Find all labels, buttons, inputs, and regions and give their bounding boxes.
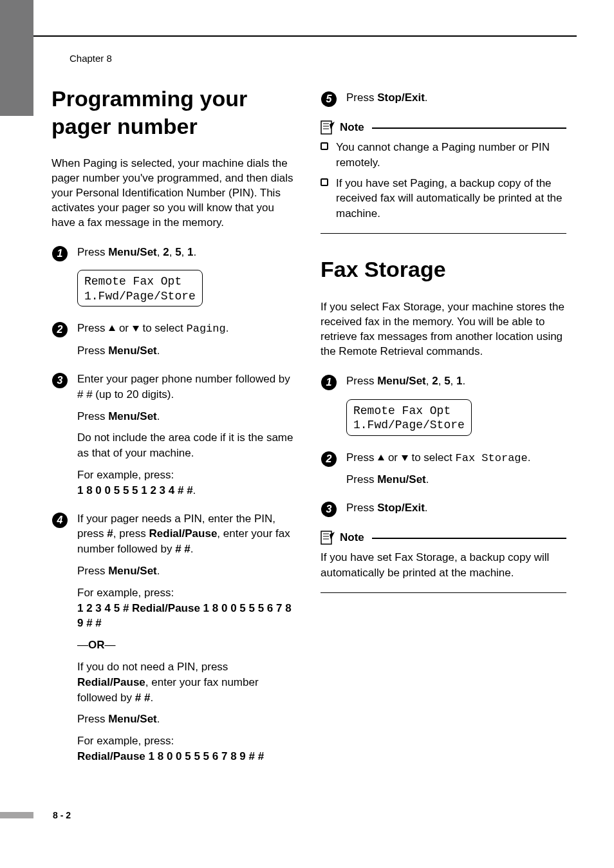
step-number-4-icon: 4 <box>51 512 71 529</box>
step-number-3-icon: 3 <box>51 372 71 389</box>
up-triangle-icon <box>377 451 385 466</box>
note-body-2: If you have set Fax Storage, a backup co… <box>321 550 566 581</box>
fs-step-3: 3 Press Stop/Exit. <box>321 500 566 518</box>
heading-fax-storage: Fax Storage <box>321 256 566 283</box>
step-number-1-icon: 1 <box>51 245 71 262</box>
step-number-2-icon: 2 <box>51 321 71 338</box>
step-4-or: —OR— <box>77 637 297 653</box>
fs-step-1-line-1: Press Menu/Set, 2, 5, 1. <box>346 373 566 389</box>
svg-rect-12 <box>321 121 331 134</box>
fs-step-2-line-2: Press Menu/Set. <box>346 472 566 487</box>
svg-text:2: 2 <box>57 324 63 335</box>
note-icon <box>321 120 336 135</box>
list-item: You cannot change a Paging number or PIN… <box>321 140 566 171</box>
step-3: 3 Enter your pager phone number followed… <box>51 372 297 498</box>
svg-text:5: 5 <box>326 93 333 104</box>
fs-step-3-line-1: Press Stop/Exit. <box>346 500 566 516</box>
footer: 8 - 2 <box>0 810 71 820</box>
svg-text:1: 1 <box>326 377 332 388</box>
svg-marker-21 <box>402 455 408 461</box>
square-bullet-icon <box>321 142 328 150</box>
note-label: Note <box>340 531 364 544</box>
svg-text:3: 3 <box>326 504 332 514</box>
step-1: 1 Press Menu/Set, 2, 5, 1. Remote Fax Op… <box>51 245 297 308</box>
fax-storage-intro: If you select Fax Storage, your machine … <box>321 300 566 359</box>
fs-step-2-line-1: Press or to select Fax Storage. <box>346 450 566 466</box>
side-tab <box>0 0 33 116</box>
step-4-line-3: For example, press:1 2 3 4 5 # Redial/Pa… <box>77 585 297 631</box>
step-2-line-2: Press Menu/Set. <box>77 343 297 359</box>
step-4-line-6: For example, press:Redial/Pause 1 8 0 0 … <box>77 733 297 764</box>
svg-text:2: 2 <box>326 453 332 464</box>
chapter-label: Chapter 8 <box>70 53 112 64</box>
down-triangle-icon <box>132 321 140 337</box>
fs-step-1: 1 Press Menu/Set, 2, 5, 1. Remote Fax Op… <box>321 373 566 437</box>
list-item: If you have set Paging, a backup copy of… <box>321 176 566 222</box>
step-4: 4 If your pager needs a PIN, enter the P… <box>51 511 297 764</box>
square-bullet-icon <box>321 178 328 186</box>
heading-programming-pager: Programming your pager number <box>51 85 297 140</box>
step-2: 2 Press or to select Paging. Press Menu/… <box>51 321 297 359</box>
intro-paragraph: When Paging is selected, your machine di… <box>51 156 297 231</box>
svg-text:4: 4 <box>57 514 63 525</box>
step-2-line-1: Press or to select Paging. <box>77 321 297 337</box>
note-bottom-rule <box>321 592 566 594</box>
note-header-2: Note <box>321 531 566 545</box>
step-4-line-2: Press Menu/Set. <box>77 563 297 579</box>
svg-text:1: 1 <box>57 248 63 259</box>
step-4-line-5: Press Menu/Set. <box>77 712 297 727</box>
step-4-line-1: If your pager needs a PIN, enter the PIN… <box>77 511 297 557</box>
down-triangle-icon <box>401 451 409 466</box>
svg-marker-20 <box>378 455 384 460</box>
fs-step-2: 2 Press or to select Fax Storage. Press … <box>321 450 566 488</box>
lcd-display-2: Remote Fax Opt 1.Fwd/Page/Store <box>346 399 472 436</box>
step-3-line-1: Enter your pager phone number followed b… <box>77 372 297 402</box>
step-3-line-4: For example, press:1 8 0 0 5 5 5 1 2 3 4… <box>77 467 297 498</box>
step-number-1-icon: 1 <box>321 374 340 391</box>
note-rule-icon <box>372 127 566 129</box>
right-column: 5 Press Stop/Exit. Note You cannot chang… <box>321 85 566 777</box>
step-1-line-1: Press Menu/Set, 2, 5, 1. <box>77 245 297 260</box>
note-header-1: Note <box>321 120 566 135</box>
note-body-1: You cannot change a Paging number or PIN… <box>321 140 566 222</box>
step-5: 5 Press Stop/Exit. <box>321 90 566 108</box>
note-rule-icon <box>372 538 566 539</box>
up-triangle-icon <box>108 321 116 337</box>
step-5-line-1: Press Stop/Exit. <box>346 90 566 106</box>
page-number: 8 - 2 <box>53 810 71 820</box>
lcd-display-1: Remote Fax Opt 1.Fwd/Page/Store <box>77 270 203 307</box>
step-3-line-3: Do not include the area code if it is th… <box>77 430 297 461</box>
note-label: Note <box>340 121 364 134</box>
svg-rect-24 <box>321 531 331 544</box>
svg-text:3: 3 <box>57 375 63 386</box>
step-4-line-4: If you do not need a PIN, press Redial/P… <box>77 659 297 705</box>
note-icon <box>321 531 336 545</box>
left-column: Programming your pager number When Pagin… <box>51 85 297 777</box>
svg-marker-5 <box>133 326 139 332</box>
footer-bar-icon <box>0 812 33 818</box>
top-rule <box>33 35 577 37</box>
note-bottom-rule <box>321 233 566 234</box>
step-3-line-2: Press Menu/Set. <box>77 409 297 424</box>
svg-marker-4 <box>109 325 115 331</box>
content-area: Programming your pager number When Pagin… <box>51 85 566 777</box>
step-number-5-icon: 5 <box>321 91 340 108</box>
step-number-3-icon: 3 <box>321 501 340 518</box>
step-number-2-icon: 2 <box>321 451 340 467</box>
